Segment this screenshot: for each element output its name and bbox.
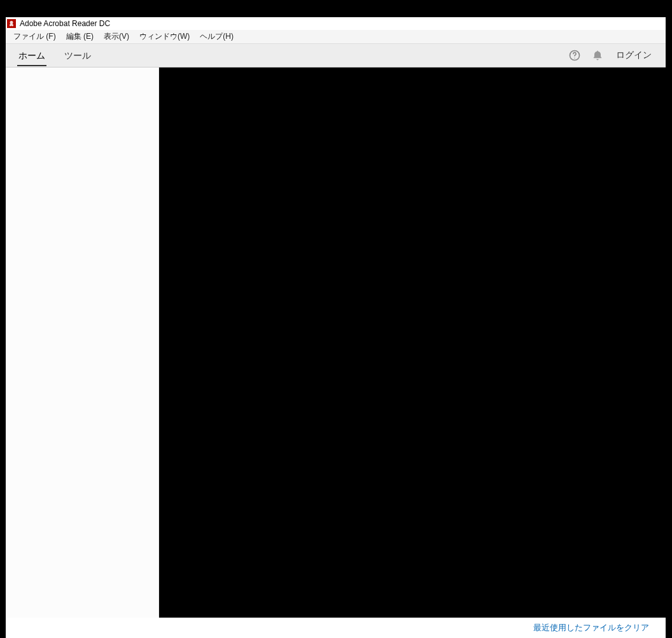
menubar: ファイル (F) 編集 (E) 表示(V) ウィンドウ(W) ヘルプ(H)	[6, 30, 666, 44]
menu-help[interactable]: ヘルプ(H)	[195, 30, 239, 43]
menu-file[interactable]: ファイル (F)	[8, 30, 61, 43]
app-window: Adobe Acrobat Reader DC ファイル (F) 編集 (E) …	[6, 17, 666, 638]
bell-icon[interactable]	[588, 46, 607, 65]
tab-home[interactable]: ホーム	[12, 46, 52, 65]
tab-tools[interactable]: ツール	[58, 46, 97, 65]
content-area	[6, 67, 666, 618]
titlebar: Adobe Acrobat Reader DC	[6, 17, 666, 30]
menu-view[interactable]: 表示(V)	[99, 30, 134, 43]
svg-point-1	[574, 58, 575, 59]
login-button[interactable]: ログイン	[611, 50, 659, 61]
menu-window[interactable]: ウィンドウ(W)	[134, 30, 195, 43]
menu-edit[interactable]: 編集 (E)	[61, 30, 99, 43]
main-viewer	[159, 67, 666, 618]
footer: 最近使用したファイルをクリア	[6, 618, 666, 638]
acrobat-icon	[7, 19, 16, 28]
app-title: Adobe Acrobat Reader DC	[20, 19, 110, 28]
toolbar: ホーム ツール ログイン	[6, 44, 666, 67]
help-icon[interactable]	[565, 46, 584, 65]
sidebar	[6, 67, 159, 618]
clear-recent-link[interactable]: 最近使用したファイルをクリア	[533, 622, 649, 634]
